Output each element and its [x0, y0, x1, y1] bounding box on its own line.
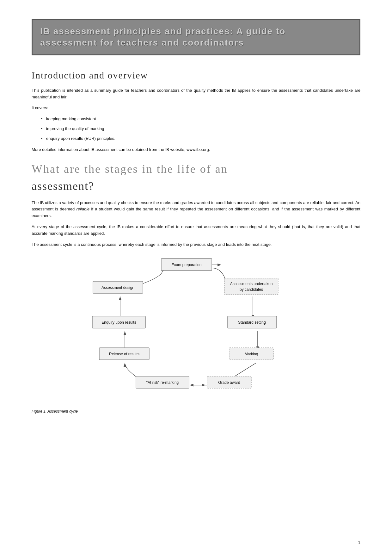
- what-section: What are the stages in the life of an as…: [32, 162, 360, 414]
- svg-text:Marking: Marking: [245, 352, 258, 356]
- introduction-section: Introduction and overview This publicati…: [32, 68, 360, 153]
- svg-rect-2: [161, 259, 212, 271]
- page-number: 1: [358, 539, 360, 546]
- svg-rect-13: [136, 376, 189, 388]
- svg-text:Assessments undertaken: Assessments undertaken: [230, 282, 273, 286]
- svg-rect-19: [93, 281, 143, 293]
- assessment-cycle-diagram: Exam preparation Assessments undertaken …: [85, 255, 307, 401]
- what-para2: At every stage of the assessment cycle, …: [32, 224, 360, 237]
- svg-text:Exam preparation: Exam preparation: [172, 263, 202, 267]
- svg-text:Standard setting: Standard setting: [238, 320, 266, 325]
- header-banner: IB assessment principles and practices: …: [32, 19, 360, 55]
- figure-caption: Figure 1. Assessment cycle: [32, 408, 360, 414]
- intro-para1: This publication is intended as a summar…: [32, 87, 360, 101]
- svg-rect-7: [228, 316, 277, 328]
- svg-rect-9: [229, 348, 273, 360]
- svg-text:Assessment design: Assessment design: [101, 285, 134, 290]
- what-title-line1: What are the stages in the life of an: [32, 162, 360, 176]
- svg-rect-15: [99, 348, 149, 360]
- header-title-line2: assessment for teachers and coordinators: [40, 37, 352, 48]
- intro-para2: More detailed information about IB asses…: [32, 147, 360, 153]
- list-item: enquiry upon results (EUR) principles.: [41, 135, 360, 142]
- svg-text:by candidates: by candidates: [240, 287, 263, 292]
- page: IB assessment principles and practices: …: [0, 0, 392, 555]
- svg-text:Grade award: Grade award: [218, 380, 240, 385]
- svg-rect-11: [207, 376, 251, 388]
- what-para3: The assessment cycle is a continuous pro…: [32, 241, 360, 248]
- svg-text:"At risk" re-marking: "At risk" re-marking: [146, 380, 179, 385]
- what-title-line2: assessment?: [32, 178, 360, 195]
- what-para1: The IB utilizes a variety of processes a…: [32, 200, 360, 219]
- intro-title: Introduction and overview: [32, 68, 360, 82]
- intro-bullet-list: keeping marking consistent improving the…: [41, 116, 360, 142]
- svg-text:Enquiry upon results: Enquiry upon results: [101, 320, 136, 325]
- svg-text:Release of results: Release of results: [109, 352, 139, 356]
- list-item: keeping marking consistent: [41, 116, 360, 122]
- svg-rect-4: [224, 278, 278, 295]
- header-title-line1: IB assessment principles and practices: …: [40, 26, 352, 37]
- list-item: improving the quality of marking: [41, 126, 360, 132]
- intro-covers-label: It covers:: [32, 105, 360, 111]
- svg-rect-17: [92, 316, 145, 328]
